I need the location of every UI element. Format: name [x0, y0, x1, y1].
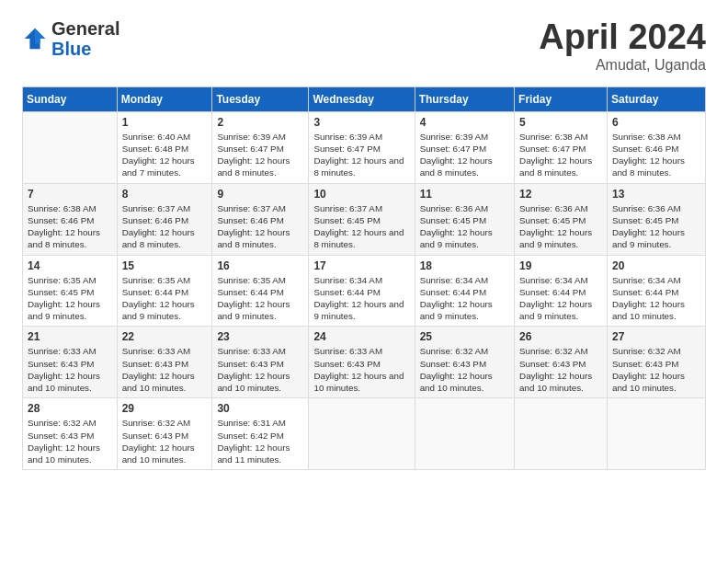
calendar-day-cell: 1Sunrise: 6:40 AM Sunset: 6:48 PM Daylig… [117, 111, 212, 183]
day-number: 13 [612, 188, 700, 201]
calendar-day-cell: 22Sunrise: 6:33 AM Sunset: 6:43 PM Dayli… [117, 327, 212, 398]
col-friday: Friday [515, 86, 608, 111]
day-number: 20 [612, 259, 700, 272]
day-number: 17 [313, 259, 409, 272]
day-number: 25 [420, 330, 509, 343]
day-number: 4 [420, 116, 509, 129]
calendar-day-cell: 28Sunrise: 6:32 AM Sunset: 6:43 PM Dayli… [23, 398, 118, 470]
calendar-day-cell: 14Sunrise: 6:35 AM Sunset: 6:45 PM Dayli… [23, 255, 118, 327]
day-info: Sunrise: 6:36 AM Sunset: 6:45 PM Dayligh… [420, 202, 509, 251]
calendar-day-cell: 3Sunrise: 6:39 AM Sunset: 6:47 PM Daylig… [309, 111, 415, 183]
calendar-day-cell: 16Sunrise: 6:35 AM Sunset: 6:44 PM Dayli… [212, 255, 309, 327]
day-number: 5 [519, 116, 602, 129]
calendar-day-cell: 26Sunrise: 6:32 AM Sunset: 6:43 PM Dayli… [515, 327, 608, 398]
calendar-day-cell [309, 398, 415, 470]
logo-icon [22, 26, 48, 52]
calendar-day-cell: 21Sunrise: 6:33 AM Sunset: 6:43 PM Dayli… [23, 327, 118, 398]
month-title: April 2024 [539, 18, 706, 57]
day-number: 22 [122, 330, 208, 343]
calendar-day-cell: 2Sunrise: 6:39 AM Sunset: 6:47 PM Daylig… [212, 111, 309, 183]
day-info: Sunrise: 6:37 AM Sunset: 6:46 PM Dayligh… [122, 202, 208, 251]
page: General Blue April 2024 Amudat, Uganda S… [0, 0, 728, 563]
day-info: Sunrise: 6:38 AM Sunset: 6:46 PM Dayligh… [28, 202, 112, 251]
day-number: 3 [313, 116, 409, 129]
calendar-day-cell: 18Sunrise: 6:34 AM Sunset: 6:44 PM Dayli… [415, 255, 514, 327]
day-number: 29 [122, 402, 208, 415]
calendar-table: Sunday Monday Tuesday Wednesday Thursday… [22, 86, 706, 470]
header: General Blue April 2024 Amudat, Uganda [22, 18, 706, 74]
day-number: 27 [612, 330, 700, 343]
calendar-day-cell: 19Sunrise: 6:34 AM Sunset: 6:44 PM Dayli… [515, 255, 608, 327]
day-number: 7 [28, 188, 112, 201]
calendar-day-cell: 17Sunrise: 6:34 AM Sunset: 6:44 PM Dayli… [309, 255, 415, 327]
calendar-day-cell [415, 398, 514, 470]
day-info: Sunrise: 6:32 AM Sunset: 6:43 PM Dayligh… [28, 417, 112, 465]
calendar-day-cell [515, 398, 608, 470]
day-number: 26 [519, 330, 602, 343]
day-info: Sunrise: 6:31 AM Sunset: 6:42 PM Dayligh… [217, 417, 303, 465]
calendar-day-cell: 29Sunrise: 6:32 AM Sunset: 6:43 PM Dayli… [117, 398, 212, 470]
day-number: 6 [612, 116, 700, 129]
col-sunday: Sunday [23, 86, 118, 111]
calendar-week-row: 1Sunrise: 6:40 AM Sunset: 6:48 PM Daylig… [23, 111, 706, 183]
location: Amudat, Uganda [539, 57, 706, 74]
calendar-day-cell: 23Sunrise: 6:33 AM Sunset: 6:43 PM Dayli… [212, 327, 309, 398]
day-info: Sunrise: 6:37 AM Sunset: 6:45 PM Dayligh… [313, 202, 409, 251]
day-info: Sunrise: 6:33 AM Sunset: 6:43 PM Dayligh… [28, 345, 112, 394]
calendar-day-cell: 10Sunrise: 6:37 AM Sunset: 6:45 PM Dayli… [309, 183, 415, 255]
calendar-day-cell [23, 111, 118, 183]
calendar-week-row: 28Sunrise: 6:32 AM Sunset: 6:43 PM Dayli… [23, 398, 706, 470]
calendar-day-cell [607, 398, 705, 470]
day-info: Sunrise: 6:32 AM Sunset: 6:43 PM Dayligh… [519, 345, 602, 394]
day-info: Sunrise: 6:35 AM Sunset: 6:44 PM Dayligh… [122, 274, 208, 323]
calendar-week-row: 14Sunrise: 6:35 AM Sunset: 6:45 PM Dayli… [23, 255, 706, 327]
day-info: Sunrise: 6:37 AM Sunset: 6:46 PM Dayligh… [217, 202, 303, 251]
day-info: Sunrise: 6:35 AM Sunset: 6:44 PM Dayligh… [217, 274, 303, 323]
day-number: 30 [217, 402, 303, 415]
day-info: Sunrise: 6:39 AM Sunset: 6:47 PM Dayligh… [217, 131, 303, 179]
calendar-day-cell: 7Sunrise: 6:38 AM Sunset: 6:46 PM Daylig… [23, 183, 118, 255]
day-info: Sunrise: 6:38 AM Sunset: 6:47 PM Dayligh… [519, 131, 602, 179]
calendar-day-cell: 13Sunrise: 6:36 AM Sunset: 6:45 PM Dayli… [607, 183, 705, 255]
day-info: Sunrise: 6:40 AM Sunset: 6:48 PM Dayligh… [122, 131, 208, 179]
day-info: Sunrise: 6:34 AM Sunset: 6:44 PM Dayligh… [313, 274, 409, 323]
day-info: Sunrise: 6:32 AM Sunset: 6:43 PM Dayligh… [122, 417, 208, 465]
calendar-day-cell: 24Sunrise: 6:33 AM Sunset: 6:43 PM Dayli… [309, 327, 415, 398]
calendar-header-row: Sunday Monday Tuesday Wednesday Thursday… [23, 86, 706, 111]
day-info: Sunrise: 6:36 AM Sunset: 6:45 PM Dayligh… [612, 202, 700, 251]
day-info: Sunrise: 6:36 AM Sunset: 6:45 PM Dayligh… [519, 202, 602, 251]
calendar-week-row: 21Sunrise: 6:33 AM Sunset: 6:43 PM Dayli… [23, 327, 706, 398]
calendar-day-cell: 30Sunrise: 6:31 AM Sunset: 6:42 PM Dayli… [212, 398, 309, 470]
day-info: Sunrise: 6:32 AM Sunset: 6:43 PM Dayligh… [420, 345, 509, 394]
day-number: 24 [313, 330, 409, 343]
day-info: Sunrise: 6:35 AM Sunset: 6:45 PM Dayligh… [28, 274, 112, 323]
day-number: 16 [217, 259, 303, 272]
day-info: Sunrise: 6:38 AM Sunset: 6:46 PM Dayligh… [612, 131, 700, 179]
calendar-day-cell: 6Sunrise: 6:38 AM Sunset: 6:46 PM Daylig… [607, 111, 705, 183]
day-number: 12 [519, 188, 602, 201]
day-number: 23 [217, 330, 303, 343]
col-wednesday: Wednesday [309, 86, 415, 111]
logo-general-text: General [51, 18, 119, 39]
calendar-day-cell: 20Sunrise: 6:34 AM Sunset: 6:44 PM Dayli… [607, 255, 705, 327]
day-info: Sunrise: 6:34 AM Sunset: 6:44 PM Dayligh… [519, 274, 602, 323]
title-block: April 2024 Amudat, Uganda [539, 18, 706, 74]
calendar-day-cell: 27Sunrise: 6:32 AM Sunset: 6:43 PM Dayli… [607, 327, 705, 398]
day-number: 28 [28, 402, 112, 415]
day-number: 1 [122, 116, 208, 129]
day-info: Sunrise: 6:39 AM Sunset: 6:47 PM Dayligh… [420, 131, 509, 179]
day-number: 18 [420, 259, 509, 272]
day-info: Sunrise: 6:34 AM Sunset: 6:44 PM Dayligh… [420, 274, 509, 323]
calendar-day-cell: 11Sunrise: 6:36 AM Sunset: 6:45 PM Dayli… [415, 183, 514, 255]
day-number: 9 [217, 188, 303, 201]
col-saturday: Saturday [607, 86, 705, 111]
calendar-day-cell: 8Sunrise: 6:37 AM Sunset: 6:46 PM Daylig… [117, 183, 212, 255]
day-info: Sunrise: 6:33 AM Sunset: 6:43 PM Dayligh… [313, 345, 409, 394]
day-number: 14 [28, 259, 112, 272]
col-thursday: Thursday [415, 86, 514, 111]
col-tuesday: Tuesday [212, 86, 309, 111]
calendar-day-cell: 9Sunrise: 6:37 AM Sunset: 6:46 PM Daylig… [212, 183, 309, 255]
day-number: 19 [519, 259, 602, 272]
day-info: Sunrise: 6:34 AM Sunset: 6:44 PM Dayligh… [612, 274, 700, 323]
logo-blue-text: Blue [51, 39, 91, 59]
